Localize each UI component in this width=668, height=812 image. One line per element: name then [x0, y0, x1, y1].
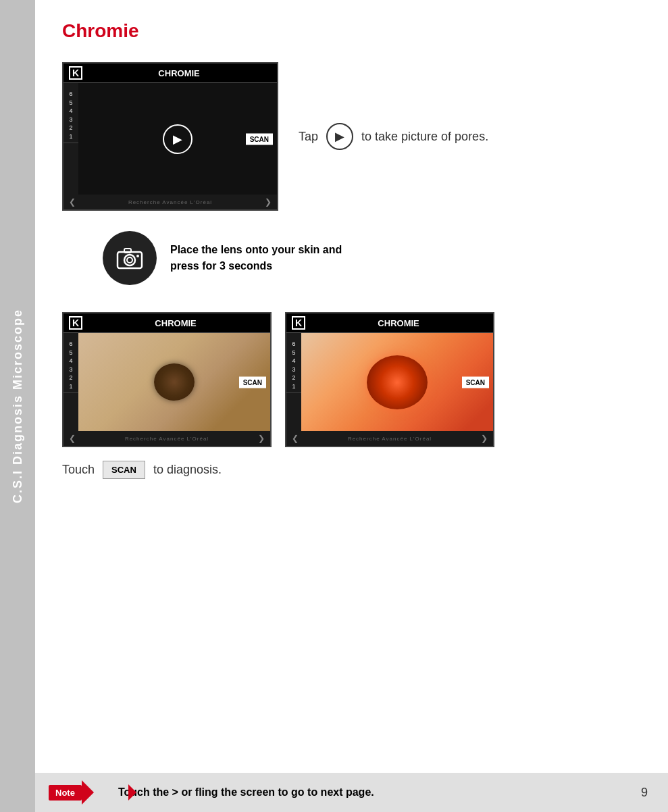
- tap-suffix: to take picture of pores.: [361, 130, 488, 144]
- screen-title-1: CHROMIE: [86, 68, 272, 78]
- screen-center-1: ▶ SCAN: [78, 83, 277, 195]
- scale-bar-left: 6 5 4 3 2 1: [63, 333, 78, 431]
- page-number: 9: [641, 786, 648, 800]
- screen-footer-left: ❮ Recherche Avancée L'Oréal ❯: [63, 431, 270, 446]
- bottom-bar: Note Touch the > or fling the screen to …: [35, 773, 668, 812]
- screen-mockup-1: K CHROMIE 6 5 4 3 2 1 ▶ SCAN: [62, 62, 278, 211]
- main-content: Chromie K CHROMIE 6 5 4 3 2 1: [35, 0, 668, 812]
- scan-button-left[interactable]: SCAN: [239, 376, 266, 388]
- screen-content-1: 6 5 4 3 2 1 ▶ SCAN: [63, 83, 277, 195]
- note-text: Touch the > or fling the screen to go to…: [118, 786, 374, 798]
- camera-icon: [103, 231, 157, 285]
- note-label: Note: [55, 788, 75, 798]
- tap-text: Tap: [299, 130, 318, 144]
- screen-footer-1: ❮ Recherche Avancée L'Oréal ❯: [63, 195, 277, 209]
- screen-title-left: CHROMIE: [86, 318, 265, 328]
- touch-suffix: to diagnosis.: [153, 463, 222, 477]
- screen-header-left: K CHROMIE: [63, 313, 270, 333]
- svg-point-1: [124, 255, 135, 265]
- skin-image-right: SCAN: [301, 333, 493, 431]
- scan-button-1[interactable]: SCAN: [246, 133, 273, 145]
- red-spot: [367, 355, 428, 409]
- svg-point-4: [136, 255, 139, 257]
- sidebar: C.S.I Diagnosis Microscope: [0, 0, 35, 812]
- touch-scan-row: Touch SCAN to diagnosis.: [62, 461, 641, 479]
- screen-title-right: CHROMIE: [309, 318, 488, 328]
- note-container: Note: [49, 780, 94, 805]
- note-arrow: [82, 780, 94, 805]
- screen-mockup-left: K CHROMIE 6 5 4 3 2 1: [62, 312, 272, 447]
- camera-text-line2: press for 3 seconds: [170, 258, 342, 274]
- scan-button-right[interactable]: SCAN: [462, 376, 489, 388]
- mole-spot: [154, 363, 195, 401]
- camera-instruction: Place the lens onto your skin and press …: [170, 242, 342, 274]
- sidebar-label: C.S.I Diagnosis Microscope: [11, 309, 25, 503]
- page-title: Chromie: [62, 20, 641, 42]
- play-button-1[interactable]: ▶: [163, 124, 192, 154]
- footer-arrow-left-1: ❮: [69, 197, 76, 207]
- screen-content-right: 6 5 4 3 2 1 SCAN: [286, 333, 493, 431]
- scale-bar-right: 6 5 4 3 2 1: [286, 333, 301, 431]
- scan-button-large[interactable]: SCAN: [103, 461, 145, 479]
- touch-prefix: Touch: [62, 463, 95, 477]
- scale-bar-1: 6 5 4 3 2 1: [63, 83, 78, 195]
- screen-logo-left: K: [69, 316, 82, 330]
- svg-rect-3: [124, 249, 131, 253]
- svg-point-2: [127, 257, 132, 263]
- screen-header-right: K CHROMIE: [286, 313, 493, 333]
- section-top: K CHROMIE 6 5 4 3 2 1 ▶ SCAN: [62, 62, 641, 211]
- screen-mockup-right: K CHROMIE 6 5 4 3 2 1: [285, 312, 494, 447]
- play-icon-inline: ▶: [326, 123, 353, 150]
- screen-header-1: K CHROMIE: [63, 64, 277, 83]
- screen-logo-1: K: [69, 66, 82, 80]
- section-bottom: K CHROMIE 6 5 4 3 2 1: [62, 312, 641, 479]
- screen-footer-right: ❮ Recherche Avancée L'Oréal ❯: [286, 431, 493, 446]
- footer-brand-1: Recherche Avancée L'Oréal: [128, 199, 212, 205]
- footer-arrow-right-1: ❯: [265, 197, 272, 207]
- camera-section: Place the lens onto your skin and press …: [103, 231, 641, 285]
- camera-svg: [115, 243, 145, 273]
- tap-instruction: Tap ▶ to take picture of pores.: [299, 123, 488, 150]
- skin-image-left: SCAN: [78, 333, 270, 431]
- screen-logo-right: K: [292, 316, 305, 330]
- screen-content-left: 6 5 4 3 2 1 SCAN: [63, 333, 270, 431]
- note-badge: Note: [49, 785, 82, 801]
- camera-text-line1: Place the lens onto your skin and: [170, 242, 342, 258]
- two-screens: K CHROMIE 6 5 4 3 2 1: [62, 312, 641, 447]
